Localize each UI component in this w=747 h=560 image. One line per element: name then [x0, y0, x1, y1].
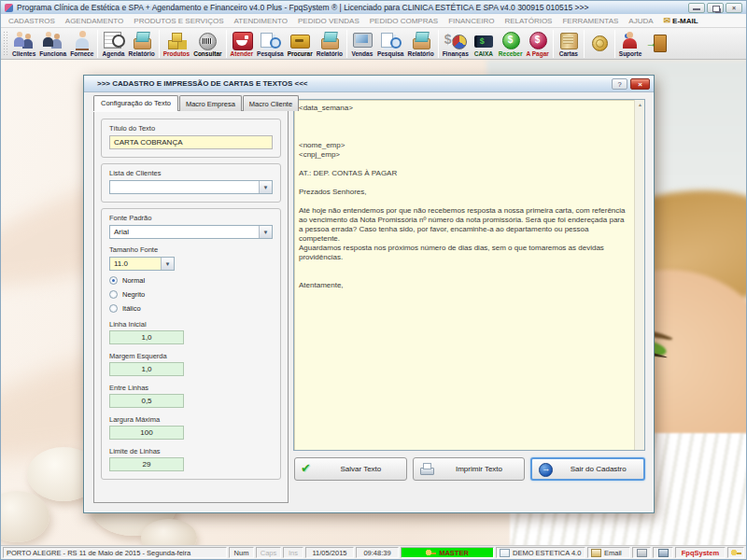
radio-negrito[interactable]: Negrito [109, 290, 273, 299]
dialog-title-bar[interactable]: >>> CADASTRO E IMPRESSÃO DE CARTAS E TEX… [84, 76, 654, 92]
coin-icon [588, 34, 611, 52]
minimize-button[interactable] [688, 3, 705, 13]
status-key [727, 547, 744, 558]
drawer-icon [289, 31, 311, 49]
limite-linhas-input[interactable]: 29 [109, 457, 184, 471]
entre-linhas-input[interactable]: 0,5 [109, 394, 184, 408]
toolbar-button-consultar[interactable]: Consultar [191, 31, 223, 57]
toolbar-label: CAIXA [474, 50, 493, 57]
toolbar-grip[interactable] [3, 31, 8, 57]
toolbar-button-a-pagar[interactable]: A Pagar [524, 31, 550, 57]
toolbar-button-moeda[interactable] [586, 34, 613, 53]
menu-relatorios[interactable]: RELATÓRIOS [504, 17, 552, 25]
radio-italico-label: Itálico [122, 304, 141, 313]
largura-maxima-label: Largura Máxima [109, 415, 273, 424]
toolbar-button-pesquisa-atendimento[interactable]: Pesquisa [255, 31, 286, 57]
toolbar-button-pesquisa-vendas[interactable]: Pesquisa [375, 31, 406, 57]
toolbar-button-fornecedores[interactable]: Fornece [68, 31, 95, 57]
vertical-scrollbar[interactable]: ▲ [634, 100, 644, 450]
toolbar-label: Pesquisa [377, 50, 404, 57]
tab-configuracao-texto[interactable]: Configuração do Texto [93, 95, 178, 111]
toolbar-button-receber[interactable]: Receber [497, 31, 525, 57]
toolbar-label: Pesquisa [257, 50, 284, 57]
dialog-help-button[interactable]: ? [612, 78, 627, 90]
status-printer[interactable] [632, 547, 651, 558]
titulo-input[interactable]: CARTA COBRANÇA [109, 135, 273, 149]
printer-icon [419, 463, 434, 476]
toolbar-button-funcionarios[interactable]: Funciona [37, 31, 68, 57]
margem-esquerda-input[interactable]: 1,0 [109, 362, 184, 376]
chevron-down-icon[interactable]: ▼ [161, 258, 174, 270]
largura-maxima-input[interactable]: 100 [109, 426, 184, 440]
menu-atendimento[interactable]: ATENDIMENTO [234, 17, 288, 25]
toolbar-button-financas[interactable]: Finanças [441, 31, 471, 57]
toolbar-button-clientes[interactable]: Clientes [10, 31, 37, 57]
menu-financeiro[interactable]: FINANCEIRO [448, 17, 494, 25]
tamanho-fonte-label: Tamanho Fonte [109, 245, 273, 254]
menu-ajuda[interactable]: AJUDA [628, 17, 653, 25]
dialog-close-button[interactable]: × [630, 78, 650, 90]
toolbar-separator [438, 30, 439, 58]
toolbar-button-relatorio-agenda[interactable]: Relatório [126, 31, 156, 57]
chevron-down-icon[interactable]: ▼ [259, 226, 272, 238]
tab-macro-empresa[interactable]: Macro Empresa [179, 95, 242, 111]
radio-normal[interactable]: Normal [109, 276, 273, 285]
print-text-label: Imprimir Texto [434, 465, 525, 473]
mail-icon [591, 549, 601, 557]
letter-editor: <data_semana> <nome_emp> <cnpj_emp> AT.:… [293, 99, 645, 451]
toolbar-button-sair[interactable] [643, 34, 669, 53]
toolbar-button-suporte[interactable]: Suporte [617, 31, 644, 57]
workspace: >>> CADASTRO E IMPRESSÃO DE CARTAS E TEX… [1, 60, 746, 545]
close-button[interactable] [726, 3, 742, 13]
menu-ferramentas[interactable]: FERRAMENTAS [562, 17, 618, 25]
toolbar-button-vendas[interactable]: Vendas [349, 31, 375, 57]
status-time: 09:48:39 [356, 547, 399, 558]
toolbar-separator [97, 30, 98, 58]
scroll-up-icon[interactable]: ▲ [636, 101, 644, 109]
app-icon [5, 4, 13, 12]
exit-door-icon [645, 34, 668, 52]
fonte-select[interactable]: Arial ▼ [109, 225, 273, 239]
products-icon [165, 31, 188, 49]
calendar-icon [102, 31, 124, 49]
exit-register-button[interactable]: Sair do Cadastro [530, 457, 645, 481]
radio-icon [109, 304, 118, 313]
toolbar-button-relatorio-vendas[interactable]: Relatório [405, 31, 435, 57]
toolbar-button-relatorio-atendimento[interactable]: Relatório [315, 31, 345, 57]
dialog-title: >>> CADASTRO E IMPRESSÃO DE CARTAS E TEX… [97, 79, 612, 88]
tab-macro-cliente[interactable]: Macro Cliente [243, 95, 299, 111]
letter-textarea[interactable]: <data_semana> <nome_emp> <cnpj_emp> AT.:… [294, 100, 634, 450]
menu-email[interactable]: ✉ E-MAIL [664, 17, 698, 25]
menu-pedido-vendas[interactable]: PEDIDO VENDAS [298, 17, 359, 25]
print-text-button[interactable]: Imprimir Texto [413, 457, 526, 481]
report-icon [131, 31, 153, 49]
lista-clientes-select[interactable]: ▼ [109, 180, 273, 194]
toolbar-button-caixa[interactable]: CAIXA [471, 31, 497, 57]
status-email[interactable]: Email [587, 547, 630, 558]
linha-inicial-input[interactable]: 1,0 [109, 330, 184, 344]
toolbar-button-atender[interactable]: Atender [229, 31, 256, 57]
toolbar-button-agenda[interactable]: Agenda [100, 31, 126, 57]
status-computer[interactable] [653, 547, 673, 558]
monitor-icon [351, 31, 374, 49]
employees-icon [42, 31, 64, 49]
toolbar-button-cartas[interactable]: Cartas [556, 31, 582, 57]
spa-service-icon [231, 31, 253, 49]
chevron-down-icon[interactable]: ▼ [259, 181, 272, 193]
title-bar: Programa Clínica de Estética e SPA + Age… [1, 1, 746, 14]
toolbar-label: Fornece [70, 50, 93, 57]
restore-button[interactable] [707, 3, 724, 13]
letters-icon [557, 31, 580, 49]
toolbar-button-produtos[interactable]: Produtos [162, 31, 192, 57]
menu-produtos-servicos[interactable]: PRODUTOS E SERVIÇOS [134, 17, 223, 25]
tab-page-configuracao: Título do Texto CARTA COBRANÇA Lista de … [93, 110, 289, 503]
dialog-buttons: Salvar Texto Imprimir Texto Sair do Cada… [294, 457, 645, 481]
menu-cadastros[interactable]: CADASTROS [8, 17, 55, 25]
save-text-button[interactable]: Salvar Texto [294, 457, 407, 481]
toolbar-button-procurar[interactable]: Procurar [286, 31, 315, 57]
menu-pedido-compras[interactable]: PEDIDO COMPRAS [370, 17, 438, 25]
menu-agendamento[interactable]: AGENDAMENTO [65, 17, 124, 25]
radio-italico[interactable]: Itálico [109, 304, 273, 313]
toolbar-label: Suporte [619, 50, 642, 57]
tamanho-fonte-select[interactable]: 11.0 ▼ [109, 257, 175, 271]
